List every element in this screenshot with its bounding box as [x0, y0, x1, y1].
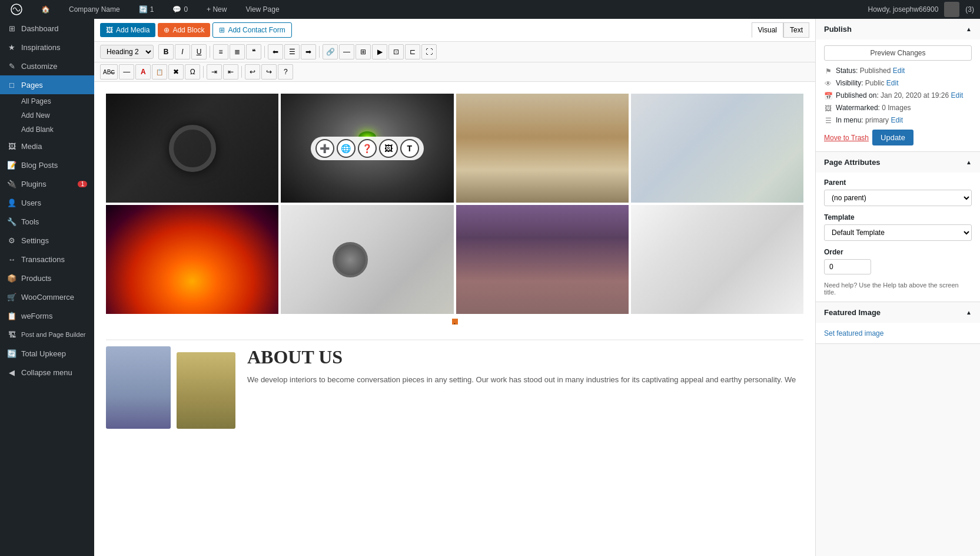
grid-cell-speaker[interactable]: [281, 205, 453, 314]
menu-edit-link[interactable]: Edit: [891, 116, 903, 124]
outdent-button[interactable]: ⇤: [223, 64, 238, 80]
overlay-text-btn[interactable]: T: [400, 139, 419, 158]
plugins-badge: 1: [78, 181, 87, 187]
grid-cell-sketch[interactable]: [631, 205, 803, 314]
tab-visual[interactable]: Visual: [752, 22, 783, 38]
sidebar-item-pages[interactable]: □ Pages: [0, 75, 94, 94]
strikethrough-button[interactable]: ABC̶: [100, 64, 118, 80]
sidebar-item-collapse[interactable]: ◀ Collapse menu: [0, 363, 94, 382]
update-button[interactable]: Update: [872, 130, 913, 145]
hr2-button[interactable]: —: [119, 64, 134, 80]
custom-btn1[interactable]: ⊡: [388, 44, 404, 59]
blockquote-button[interactable]: ❝: [246, 44, 261, 59]
format-toolbar: Heading 2 Paragraph Heading 1 Heading 3 …: [94, 42, 815, 62]
embed-button[interactable]: ▶: [372, 44, 387, 59]
align-right-button[interactable]: ➡: [301, 44, 316, 59]
add-block-button[interactable]: ⊕ Add Block: [158, 23, 210, 37]
indent-button[interactable]: ⇥: [207, 64, 222, 80]
align-center-button[interactable]: ☰: [284, 44, 300, 59]
products-icon: 📦: [7, 273, 16, 283]
wp-logo[interactable]: [6, 0, 27, 19]
page-attributes-header[interactable]: Page Attributes ▲: [816, 152, 980, 173]
sidebar-item-woocommerce[interactable]: 🛒 WooCommerce: [0, 287, 94, 306]
preview-changes-button[interactable]: Preview Changes: [824, 45, 972, 61]
site-name[interactable]: Company Name: [64, 0, 125, 19]
italic-button[interactable]: I: [175, 44, 190, 59]
sidebar-item-dashboard[interactable]: ⊞ Dashboard: [0, 19, 94, 38]
grid-cell-woman[interactable]: [456, 205, 629, 314]
sidebar-item-tools[interactable]: 🔧 Tools: [0, 212, 94, 231]
sidebar-item-blog-posts[interactable]: 📝 Blog Posts: [0, 155, 94, 174]
sidebar-item-add-new[interactable]: Add New: [0, 108, 94, 123]
visibility-edit-link[interactable]: Edit: [886, 79, 899, 87]
add-contact-form-button[interactable]: ⊞ Add Contact Form: [212, 22, 291, 38]
grid-cell-cat[interactable]: ➕ 🌐 ❓ 🖼 T: [281, 94, 453, 203]
clear-button[interactable]: ✖: [168, 64, 184, 80]
ul-button[interactable]: ≡: [213, 44, 228, 59]
sidebar-item-settings[interactable]: ⚙ Settings: [0, 231, 94, 250]
grid-cell-headphones[interactable]: [106, 94, 278, 203]
tab-text[interactable]: Text: [783, 22, 809, 38]
cart-icon[interactable]: (3): [965, 5, 974, 14]
ol-button[interactable]: ≣: [230, 44, 245, 59]
set-featured-image-link[interactable]: Set featured image: [824, 329, 883, 337]
format-toolbar-2: ABC̶ — A 📋 ✖ Ω ⇥ ⇤ ↩ ↪ ?: [94, 62, 815, 82]
overlay-question-btn[interactable]: ❓: [358, 139, 377, 158]
help-text: Need help? Use the Help tab above the sc…: [824, 282, 972, 296]
sidebar-item-all-pages[interactable]: All Pages: [0, 94, 94, 108]
user-avatar[interactable]: [944, 2, 959, 17]
grid-cell-plant[interactable]: [631, 94, 803, 203]
status-edit-link[interactable]: Edit: [893, 67, 905, 75]
overlay-globe-btn[interactable]: 🌐: [337, 139, 356, 158]
text-color-button[interactable]: A: [135, 64, 151, 80]
updates-item[interactable]: 🔄 1: [134, 0, 159, 19]
help-button[interactable]: ?: [278, 64, 293, 80]
table-button[interactable]: ⊞: [356, 44, 371, 59]
sidebar-item-media[interactable]: 🖼 Media: [0, 137, 94, 155]
sidebar-item-weforms[interactable]: 📋 weForms: [0, 306, 94, 325]
underline-button[interactable]: U: [191, 44, 207, 59]
sidebar-item-plugins[interactable]: 🔌 Plugins 1: [0, 174, 94, 193]
link-button[interactable]: 🔗: [323, 44, 338, 59]
bold-button[interactable]: B: [158, 44, 174, 59]
featured-image-header[interactable]: Featured Image ▲: [816, 302, 980, 323]
overlay-image-btn[interactable]: 🖼: [379, 139, 398, 158]
publish-header[interactable]: Publish ▲: [816, 19, 980, 39]
grid-cell-dining[interactable]: [456, 94, 629, 203]
add-media-button[interactable]: 🖼 Add Media: [100, 23, 155, 37]
undo-button[interactable]: ↩: [245, 64, 260, 80]
new-item[interactable]: + New: [202, 0, 231, 19]
order-input[interactable]: [824, 259, 871, 274]
sidebar-item-add-blank[interactable]: Add Blank: [0, 123, 94, 137]
sidebar-item-users[interactable]: 👤 Users: [0, 193, 94, 212]
paste-button[interactable]: 📋: [152, 64, 167, 80]
heading-select[interactable]: Heading 2 Paragraph Heading 1 Heading 3: [100, 45, 154, 59]
fullscreen-button[interactable]: ⛶: [421, 44, 437, 59]
custom-btn2[interactable]: ⊏: [405, 44, 420, 59]
align-left-button[interactable]: ⬅: [268, 44, 283, 59]
move-to-trash-button[interactable]: Move to Trash: [824, 130, 869, 145]
hr-button[interactable]: —: [339, 44, 354, 59]
sidebar-item-total-upkeep[interactable]: 🔄 Total Upkeep: [0, 344, 94, 363]
sidebar-item-transactions[interactable]: ↔ Transactions: [0, 250, 94, 269]
sidebar-item-customize[interactable]: ✎ Customize: [0, 57, 94, 75]
home-icon[interactable]: 🏠: [36, 0, 55, 19]
template-select[interactable]: Default Template Full Width Blank: [824, 224, 972, 241]
parent-select[interactable]: (no parent): [824, 190, 972, 206]
visibility-icon: 👁: [824, 80, 832, 88]
sidebar-item-inspirations[interactable]: ★ Inspirations: [0, 38, 94, 57]
featured-image-section: Featured Image ▲ Set featured image: [816, 302, 980, 344]
editor-body[interactable]: ➕ 🌐 ❓ 🖼 T: [94, 82, 815, 556]
sidebar-item-products[interactable]: 📦 Products: [0, 269, 94, 287]
view-page[interactable]: View Page: [241, 0, 284, 19]
user-name[interactable]: Howdy, josephw66900: [868, 5, 938, 14]
comments-item[interactable]: 💬 0: [168, 0, 192, 19]
omega-button[interactable]: Ω: [185, 64, 200, 80]
redo-button[interactable]: ↪: [261, 64, 277, 80]
transactions-icon: ↔: [7, 254, 16, 264]
grid-cell-fire[interactable]: [106, 205, 278, 314]
add-media-icon: 🖼: [106, 26, 113, 34]
overlay-add-btn[interactable]: ➕: [315, 139, 334, 158]
sidebar-item-page-builder[interactable]: 🏗 Post and Page Builder: [0, 325, 94, 344]
date-edit-link[interactable]: Edit: [951, 91, 964, 100]
